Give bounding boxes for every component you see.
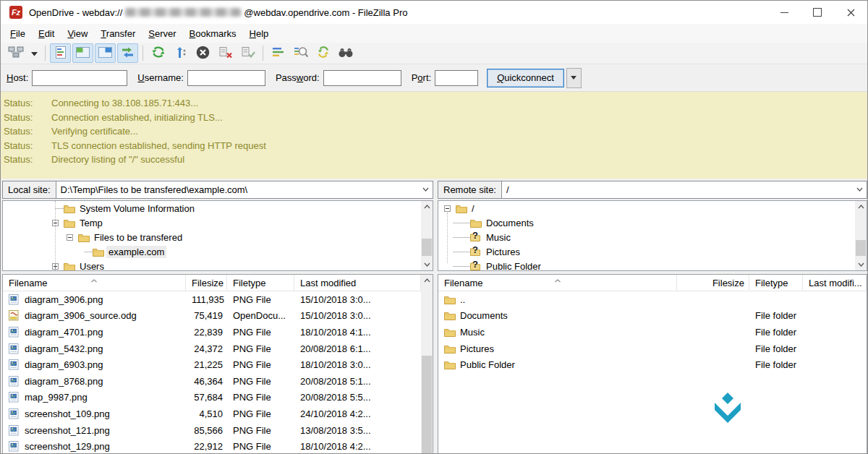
toggle-message-log-button[interactable]: [50, 43, 71, 63]
tree-connector: [457, 266, 470, 267]
tree-item-item[interactable]: /: [438, 201, 867, 215]
tree-item-label: Documents: [484, 217, 536, 229]
local-tree-scrollbar[interactable]: [421, 201, 433, 270]
expand-expander-icon[interactable]: [51, 263, 64, 270]
column-header-last-modified[interactable]: Last modified: [294, 275, 421, 291]
file-name-cell: Music: [438, 326, 677, 338]
file-modified-cell: 18/10/2018 4:1...: [294, 327, 421, 338]
tree-item-example-com[interactable]: example.com: [3, 244, 433, 259]
close-icon: [847, 9, 855, 17]
column-header-filetype[interactable]: Filetype: [227, 275, 294, 291]
synchronized-browsing-button[interactable]: [312, 43, 333, 63]
scroll-up-button[interactable]: [421, 275, 433, 286]
collapse-expander-icon[interactable]: [65, 234, 78, 241]
filter-button[interactable]: [268, 43, 289, 63]
tree-item-system-volume-information[interactable]: System Volume Information: [3, 201, 433, 215]
file-name-cell: ..: [438, 294, 677, 305]
status-label: Status:: [4, 124, 51, 139]
menu-item-file[interactable]: File: [4, 25, 32, 42]
directory-comparison-button[interactable]: [290, 43, 311, 63]
scroll-down-button[interactable]: [855, 259, 867, 270]
quickconnect-button[interactable]: Quickconnect: [487, 69, 564, 87]
tree-item-music[interactable]: ?Music: [438, 230, 867, 244]
file-row-diagram-3906-source-odg[interactable]: diagram_3906_source.odg75,419OpenDocu...…: [3, 308, 433, 325]
close-button[interactable]: [834, 1, 867, 24]
file-type-cell: PNG File: [227, 441, 294, 452]
scroll-thumb[interactable]: [422, 356, 432, 454]
menu-item-server[interactable]: Server: [142, 25, 182, 42]
menu-item-transfer[interactable]: Transfer: [94, 25, 142, 42]
column-header-filesize[interactable]: Filesize: [186, 275, 227, 291]
toolbar-separator: [45, 46, 46, 61]
reconnect-button[interactable]: [237, 43, 258, 63]
port-input[interactable]: [435, 70, 478, 86]
scroll-up-button[interactable]: [421, 201, 433, 213]
remote-site-path-combo[interactable]: /: [502, 181, 867, 199]
file-row-item[interactable]: ..: [438, 291, 867, 308]
file-row-screenshot-129-png[interactable]: screenshot_129.png22,912PNG File18/10/20…: [3, 438, 433, 454]
minimize-button[interactable]: [767, 1, 801, 24]
file-row-diagram-4701-png[interactable]: diagram_4701.png22,839PNG File18/10/2018…: [3, 324, 433, 340]
cancel-operation-button[interactable]: [192, 43, 213, 63]
scroll-thumb[interactable]: [856, 240, 866, 256]
column-header-label: Filesize: [192, 278, 224, 288]
scroll-up-button[interactable]: [855, 201, 867, 213]
menu-item-help[interactable]: Help: [243, 25, 276, 42]
file-row-diagram-3906-png[interactable]: diagram_3906.png111,935PNG File15/10/201…: [3, 291, 433, 308]
remote-tree-scrollbar[interactable]: [855, 201, 867, 270]
toggle-remote-tree-button[interactable]: [95, 43, 116, 63]
column-header-last-modifi[interactable]: Last modifi...: [803, 275, 867, 291]
process-queue-button[interactable]: [170, 43, 191, 63]
menu-item-view[interactable]: View: [61, 25, 94, 42]
local-site-path-combo[interactable]: D:\Temp\Files to be transfered\example.c…: [56, 181, 433, 199]
file-row-map-9987-png[interactable]: map_9987.png57,684PNG File20/08/2018 5:5…: [3, 390, 433, 406]
tree-item-users[interactable]: Users: [3, 259, 433, 271]
scroll-thumb[interactable]: [422, 239, 432, 256]
site-manager-dropdown-button[interactable]: [27, 43, 41, 63]
file-size-cell: 22,839: [186, 327, 227, 338]
site-manager-button[interactable]: [5, 43, 26, 63]
host-input[interactable]: [32, 70, 127, 86]
collapse-expander-icon[interactable]: [443, 205, 456, 212]
tree-item-files-to-be-transfered[interactable]: Files to be transfered: [3, 230, 433, 244]
username-input[interactable]: [187, 70, 265, 86]
tree-item-temp[interactable]: Temp: [3, 215, 433, 230]
column-header-filename[interactable]: Filename: [438, 275, 677, 291]
find-files-button[interactable]: [335, 43, 356, 63]
file-type-cell: File folder: [749, 327, 803, 338]
file-name: diagram_5432.png: [25, 343, 103, 354]
tree-item-pictures[interactable]: ?Pictures: [438, 244, 867, 259]
folder-icon: [64, 262, 77, 271]
quickconnect-dropdown-button[interactable]: [566, 68, 582, 88]
file-row-pictures[interactable]: PicturesFile folder: [438, 340, 867, 357]
local-site-label: Local site:: [2, 181, 56, 199]
password-input[interactable]: [323, 70, 401, 86]
column-header-filesize[interactable]: Filesize: [677, 275, 749, 291]
scroll-down-button[interactable]: [421, 259, 433, 270]
column-header-filetype[interactable]: Filetype: [749, 275, 803, 291]
file-row-diagram-5432-png[interactable]: diagram_5432.png24,372PNG File20/08/2018…: [3, 340, 433, 357]
toggle-local-tree-button[interactable]: [72, 43, 93, 63]
refresh-button[interactable]: [148, 43, 169, 63]
file-row-diagram-6903-png[interactable]: diagram_6903.png21,225PNG File18/10/2018…: [3, 356, 433, 373]
file-row-screenshot-121-png[interactable]: screenshot_121.png85,566PNG File13/08/20…: [3, 422, 433, 439]
menu-item-bookmarks[interactable]: Bookmarks: [183, 25, 243, 42]
file-name: diagram_3906_source.odg: [25, 310, 137, 321]
file-name: Music: [460, 327, 485, 338]
disconnect-button[interactable]: [215, 43, 236, 63]
file-size-cell: 111,935: [186, 294, 227, 305]
status-log-line: Status:Connecting to 38.108.185.71:443..…: [4, 96, 867, 111]
file-row-public-folder[interactable]: Public FolderFile folder: [438, 356, 867, 373]
file-row-music[interactable]: MusicFile folder: [438, 324, 867, 340]
maximize-button[interactable]: [801, 1, 834, 24]
tree-item-documents[interactable]: Documents: [438, 215, 867, 230]
local-list-scrollbar[interactable]: [421, 275, 433, 454]
column-header-filename[interactable]: Filename: [3, 275, 186, 291]
tree-item-public-folder[interactable]: ?Public Folder: [438, 259, 867, 271]
menu-item-edit[interactable]: Edit: [32, 25, 61, 42]
file-row-diagram-8768-png[interactable]: diagram_8768.png46,364PNG File20/08/2018…: [3, 373, 433, 390]
toggle-transfer-queue-button[interactable]: [117, 43, 138, 63]
collapse-expander-icon[interactable]: [51, 220, 64, 226]
file-row-screenshot-109-png[interactable]: screenshot_109.png4,510PNG File24/10/201…: [3, 406, 433, 422]
file-row-documents[interactable]: DocumentsFile folder: [438, 308, 867, 325]
